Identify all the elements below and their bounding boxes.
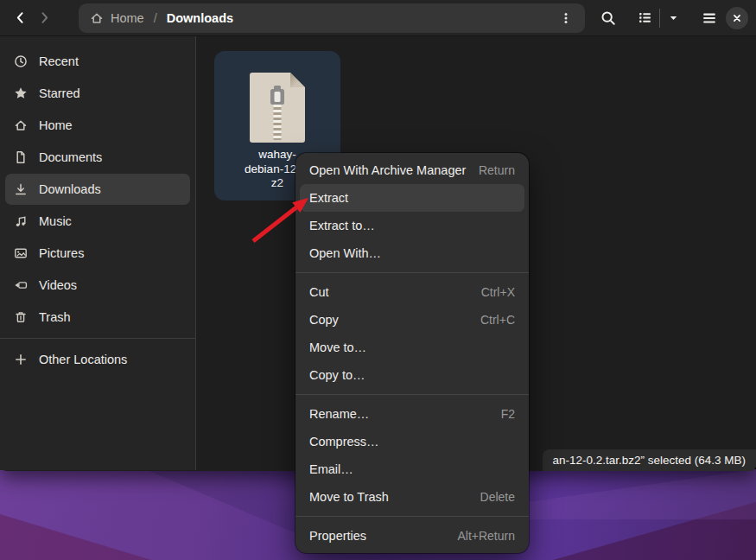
menu-item-label: Copy — [309, 313, 339, 327]
zipper-slider — [270, 89, 284, 105]
menu-item-label: Copy to… — [309, 368, 365, 382]
forward-button[interactable] — [32, 6, 56, 30]
header-bar: Home / Downloads — [0, 0, 756, 36]
menu-item-copy[interactable]: Copy Ctrl+C — [300, 306, 524, 334]
kebab-menu-icon — [559, 11, 573, 25]
back-button[interactable] — [8, 6, 32, 30]
menu-item-extract-to[interactable]: Extract to… — [300, 212, 524, 239]
archive-file-icon — [250, 73, 305, 143]
zipper-teeth — [274, 105, 282, 140]
menu-item-rename[interactable]: Rename… F2 — [300, 400, 524, 428]
menu-item-email[interactable]: Email… — [300, 455, 524, 483]
list-view-icon — [638, 10, 652, 25]
close-button[interactable] — [726, 7, 748, 29]
star-icon — [14, 86, 28, 100]
menu-item-compress[interactable]: Compress… — [300, 428, 524, 455]
menu-item-move-to[interactable]: Move to… — [300, 334, 524, 361]
clock-icon — [14, 54, 28, 68]
sidebar-item-starred[interactable]: Starred — [5, 78, 190, 109]
document-icon — [14, 150, 28, 164]
menu-item-shortcut: Delete — [480, 490, 515, 504]
picture-icon — [14, 246, 28, 260]
menu-item-shortcut: Return — [479, 163, 515, 177]
menu-item-shortcut: Alt+Return — [457, 529, 515, 543]
chevron-right-icon — [37, 10, 52, 25]
sidebar-item-music[interactable]: Music — [5, 206, 190, 237]
home-icon — [14, 118, 28, 132]
video-icon — [14, 278, 28, 292]
view-toggle-button[interactable] — [632, 5, 685, 31]
sidebar-item-videos[interactable]: Videos — [5, 270, 190, 301]
sidebar-item-label: Music — [39, 214, 72, 228]
divider — [659, 9, 660, 28]
menu-separator — [295, 272, 529, 273]
trash-icon — [14, 310, 28, 324]
sidebar-item-label: Recent — [39, 54, 79, 68]
breadcrumb-separator: / — [154, 11, 157, 25]
sidebar-item-documents[interactable]: Documents — [5, 142, 190, 173]
primary-menu-button[interactable] — [696, 5, 722, 31]
menu-item-copy-to[interactable]: Copy to… — [300, 361, 524, 389]
sidebar-item-label: Trash — [39, 310, 71, 324]
sidebar-item-label: Starred — [39, 86, 80, 100]
music-icon — [14, 214, 28, 228]
menu-item-label: Cut — [309, 285, 329, 299]
sidebar-item-label: Videos — [39, 278, 77, 292]
status-bar: an-12-0.2.tar.bz2” selected (64.3 MB) — [543, 449, 756, 471]
sidebar-item-recent[interactable]: Recent — [5, 46, 190, 77]
wallpaper-shape — [0, 514, 151, 560]
path-menu-button[interactable] — [556, 6, 576, 30]
search-button[interactable] — [595, 5, 621, 31]
desktop: Home / Downloads — [0, 0, 756, 560]
search-icon — [600, 10, 616, 26]
menu-item-label: Email… — [309, 462, 353, 476]
sidebar-item-label: Documents — [39, 150, 102, 164]
menu-item-label: Extract — [309, 191, 348, 205]
plus-icon — [14, 353, 28, 366]
menu-item-label: Open With… — [309, 246, 381, 260]
menu-item-label: Move to… — [309, 340, 366, 354]
chevron-down-icon[interactable] — [667, 11, 680, 24]
context-menu: Open With Archive Manager Return Extract… — [295, 153, 529, 553]
breadcrumb[interactable]: Home / Downloads — [79, 3, 585, 33]
breadcrumb-current[interactable]: Downloads — [167, 11, 233, 25]
menu-item-label: Compress… — [309, 435, 379, 449]
menu-item-extract[interactable]: Extract — [300, 184, 524, 212]
menu-item-move-to-trash[interactable]: Move to Trash Delete — [300, 483, 524, 511]
menu-item-cut[interactable]: Cut Ctrl+X — [300, 278, 524, 306]
menu-item-label: Rename… — [309, 407, 369, 421]
menu-item-shortcut: Ctrl+C — [480, 313, 515, 327]
menu-separator — [295, 516, 529, 517]
menu-item-shortcut: Ctrl+X — [481, 285, 515, 299]
menu-item-label: Move to Trash — [309, 490, 389, 504]
sidebar-item-pictures[interactable]: Pictures — [5, 238, 190, 269]
menu-item-label: Extract to… — [309, 219, 375, 232]
menu-item-open-with-archive-manager[interactable]: Open With Archive Manager Return — [300, 156, 524, 184]
sidebar: Recent Starred Home Documents Downloads — [0, 36, 196, 470]
menu-item-shortcut: F2 — [501, 407, 515, 421]
chevron-left-icon — [13, 10, 28, 25]
page-fold — [290, 73, 305, 87]
download-icon — [14, 182, 28, 196]
sidebar-item-label: Pictures — [39, 246, 84, 260]
sidebar-item-downloads[interactable]: Downloads — [5, 174, 190, 205]
sidebar-item-trash[interactable]: Trash — [5, 302, 190, 333]
close-icon — [731, 12, 743, 24]
sidebar-item-label: Other Locations — [39, 353, 127, 366]
menu-item-open-with[interactable]: Open With… — [300, 239, 524, 267]
selection-status: an-12-0.2.tar.bz2” selected (64.3 MB) — [552, 454, 746, 467]
sidebar-item-home[interactable]: Home — [5, 110, 190, 141]
breadcrumb-root[interactable]: Home — [111, 11, 144, 25]
hamburger-icon — [702, 10, 717, 26]
sidebar-divider — [0, 338, 195, 339]
menu-separator — [295, 394, 529, 395]
home-icon — [90, 11, 104, 25]
menu-item-label: Properties — [309, 529, 366, 543]
sidebar-item-label: Downloads — [39, 182, 101, 196]
sidebar-item-label: Home — [39, 118, 73, 132]
sidebar-item-other-locations[interactable]: Other Locations — [5, 344, 190, 375]
menu-item-properties[interactable]: Properties Alt+Return — [300, 522, 524, 550]
menu-item-label: Open With Archive Manager — [309, 163, 466, 177]
